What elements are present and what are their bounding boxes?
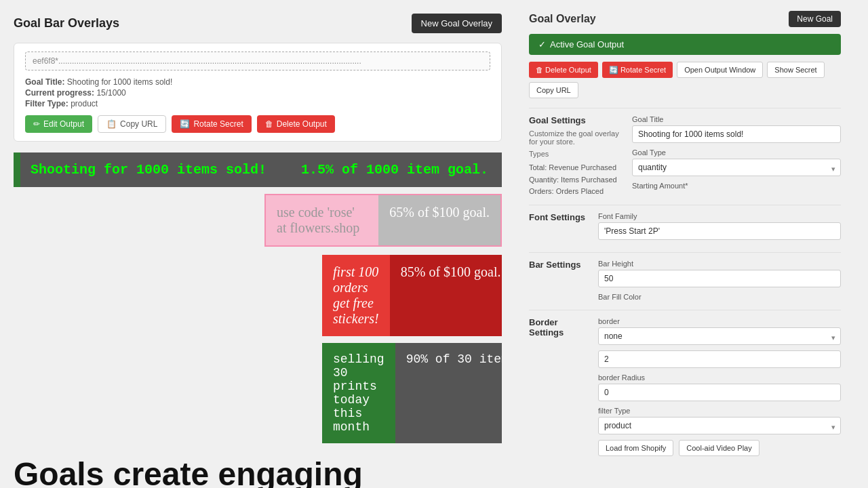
left-panel: Goal Bar Overlays New Goal Overlay eef6f… — [0, 0, 515, 488]
right-panel-title: Goal Overlay — [529, 13, 596, 25]
rotate-icon-sm: 🔄 — [609, 66, 618, 75]
font-settings-section: Font Settings Font Family — [529, 212, 841, 245]
border-settings-label: Border Settings — [529, 317, 590, 456]
goal-type-field-label: Goal Type — [632, 148, 841, 157]
goal-bar-3: first 100 orders get free stickers! 85% … — [322, 255, 502, 336]
starting-amount-label: Starting Amount* — [632, 182, 841, 190]
active-goal-text: Active Goal Output — [550, 39, 624, 49]
border-settings-section: Border Settings border none border Radiu… — [529, 317, 841, 456]
divider-2 — [529, 205, 841, 205]
font-settings-label: Font Settings — [529, 212, 590, 245]
bar-settings-label: Bar Settings — [529, 260, 590, 303]
bar-fill-color-label: Bar Fill Color — [598, 293, 841, 301]
goal-bar-4: selling 30 prints today this month 90% o… — [322, 343, 502, 443]
output-url-row: eef6f8*.................................… — [25, 52, 490, 70]
trash-icon-sm: 🗑 — [536, 66, 543, 74]
right-rotate-button[interactable]: 🔄 Rotate Secret — [602, 62, 673, 78]
goal-bar-1-stat: 1.5% of 1000 item goal. — [301, 162, 488, 178]
border-type-label: border — [598, 317, 841, 325]
output-meta-filter: Filter Type: product — [25, 99, 490, 108]
goal-settings-left: Goal Settings Customize the goal overlay… — [529, 115, 624, 198]
goal-bar-2: use code 'rose' at flowers.shop 65% of $… — [264, 194, 502, 247]
goal-settings-section: Goal Settings Customize the goal overlay… — [529, 115, 841, 198]
goal-bar-1: Shooting for 1000 items sold! 1.5% of 10… — [14, 152, 502, 187]
right-actions: 🗑 Delete Output 🔄 Rotate Secret Open Out… — [529, 62, 841, 98]
active-goal-banner: ✓ Active Goal Output — [529, 34, 841, 55]
check-icon: ✓ — [538, 39, 546, 49]
goal-title-input[interactable] — [632, 125, 841, 143]
goal-type-select-wrapper: quantity — [632, 159, 841, 182]
goal-bar-2-text: use code 'rose' at flowers.shop — [266, 195, 378, 245]
output-url-text: eef6f8*.................................… — [33, 56, 361, 66]
goal-type-select[interactable]: quantity — [632, 159, 841, 176]
bar-settings-section: Bar Settings Bar Height Bar Fill Color — [529, 260, 841, 303]
goal-settings-title: Goal Settings — [529, 115, 624, 125]
divider-3 — [529, 252, 841, 253]
cool-aid-video-button[interactable]: Cool-aid Video Play — [679, 440, 759, 456]
goal-title-field-label: Goal Title — [632, 115, 841, 123]
load-from-shopify-button[interactable]: Load from Shopify — [598, 440, 673, 456]
bar-height-input[interactable] — [598, 270, 841, 287]
font-settings-fields: Font Family — [598, 212, 841, 245]
border-type-select-wrapper: none — [598, 327, 841, 350]
current-progress-label: Current progress: — [25, 88, 94, 98]
goal-bar-3-container: first 100 orders get free stickers! 85% … — [322, 255, 502, 336]
border-settings-title: Border Settings — [529, 317, 590, 338]
goal-settings-types: Total: Revenue Purchased Quantity: Items… — [529, 162, 624, 198]
new-goal-overlay-button[interactable]: New Goal Overlay — [412, 14, 502, 33]
copy-url-button[interactable]: 📋 Copy URL — [98, 115, 166, 133]
font-settings-title: Font Settings — [529, 212, 590, 222]
goal-bar-4-text: selling 30 prints today this month — [322, 343, 395, 443]
edit-output-button[interactable]: ✏ Edit Output — [25, 115, 92, 133]
border-type-select[interactable]: none — [598, 327, 841, 345]
output-card: eef6f8*.................................… — [14, 43, 502, 142]
filter-type-select[interactable]: product — [598, 417, 841, 434]
pencil-icon: ✏ — [33, 119, 40, 129]
output-meta-progress: Current progress: 15/1000 — [25, 88, 490, 98]
big-text: Goals create engaging community experien… — [14, 457, 502, 488]
goal-bar-2-stat: 65% of $100 goal. — [378, 195, 500, 245]
goal-bar-3-text: first 100 orders get free stickers! — [322, 255, 390, 336]
right-panel: Goal Overlay New Goal ✓ Active Goal Outp… — [515, 0, 854, 488]
current-progress-value: 15/1000 — [96, 88, 125, 98]
trash-icon: 🗑 — [265, 119, 273, 129]
border-radius-input[interactable] — [598, 384, 841, 401]
border-radius-label: border Radius — [598, 373, 841, 382]
divider-1 — [529, 108, 841, 108]
filter-type-value: product — [71, 99, 98, 108]
rotate-icon: 🔄 — [180, 119, 190, 129]
copy-url-right-button[interactable]: Copy URL — [529, 82, 578, 98]
open-output-window-button[interactable]: Open Output Window — [677, 62, 763, 78]
goal-title-value: Shooting for 1000 items sold! — [67, 77, 172, 87]
filter-type-label: Filter Type: — [25, 99, 68, 108]
bar-settings-title: Bar Settings — [529, 260, 590, 270]
border-settings-fields: border none border Radius filter Type pr… — [598, 317, 841, 456]
filter-type-select-wrapper: product — [598, 417, 841, 440]
bar-settings-fields: Bar Height Bar Fill Color — [598, 260, 841, 303]
right-delete-button[interactable]: 🗑 Delete Output — [529, 62, 598, 78]
border-value-input[interactable] — [598, 350, 841, 368]
output-meta-title: Goal Title: Shooting for 1000 items sold… — [25, 77, 490, 87]
bar-height-label: Bar Height — [598, 260, 841, 268]
goal-bar-2-container: use code 'rose' at flowers.shop 65% of $… — [264, 194, 502, 247]
goal-bar-4-stat: 90% of 30 item goal. — [395, 343, 502, 443]
right-header: Goal Overlay New Goal — [529, 11, 841, 27]
font-family-input[interactable] — [598, 222, 841, 240]
filter-type-right-label: filter Type — [598, 407, 841, 415]
font-family-label: Font Family — [598, 212, 841, 220]
new-goal-right-button[interactable]: New Goal — [789, 11, 841, 27]
page-title: Goal Bar Overlays — [14, 16, 119, 30]
delete-output-button[interactable]: 🗑 Delete Output — [257, 115, 335, 133]
page-header: Goal Bar Overlays New Goal Overlay — [14, 14, 502, 33]
goal-bar-1-text: Shooting for 1000 items sold! — [31, 162, 267, 178]
copy-icon: 📋 — [106, 119, 117, 129]
goal-settings-types-label: Types — [529, 150, 624, 158]
output-actions: ✏ Edit Output 📋 Copy URL 🔄 Rotate Secret… — [25, 115, 490, 133]
divider-4 — [529, 310, 841, 310]
goal-bar-3-stat: 85% of $100 goal. — [390, 255, 502, 336]
rotate-secret-button[interactable]: 🔄 Rotate Secret — [172, 115, 251, 133]
goal-bar-4-container: selling 30 prints today this month 90% o… — [322, 343, 502, 443]
goal-settings-right: Goal Title Goal Type quantity Starting A… — [632, 115, 841, 198]
goal-title-label: Goal Title: — [25, 77, 64, 87]
show-secret-button[interactable]: Show Secret — [767, 62, 824, 78]
